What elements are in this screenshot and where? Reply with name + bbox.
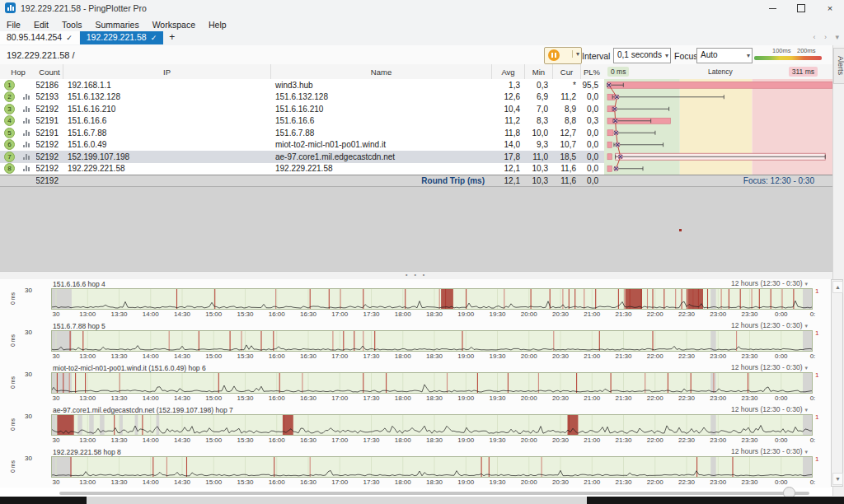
x-axis-label: 20:30	[552, 478, 569, 486]
menu-item-summaries[interactable]: Summaries	[89, 18, 146, 31]
scroll-down-button[interactable]: ▼	[832, 473, 843, 485]
title-bar: 192.229.221.58 - PingPlotter Pro ×	[0, 0, 844, 16]
pause-split-button[interactable]: ▾	[544, 47, 582, 64]
x-axis-label: 16:30	[300, 352, 316, 360]
cell-avg: 11,2	[491, 115, 524, 128]
hop-row[interactable]: 152186192.168.1.1wind3.hub1,30,3*95,5	[0, 79, 604, 91]
menu-item-workspace[interactable]: Workspace	[146, 18, 202, 31]
menu-item-help[interactable]: Help	[202, 18, 233, 31]
x-axis-label: 18:00	[395, 436, 411, 444]
round-trip-row: 52192 Round Trip (ms) 12,1 10,3 11,6 0,0…	[0, 175, 832, 187]
latency-column-header[interactable]: Latency	[705, 67, 736, 77]
timeline-range-label: 12 hours (12:30 - 0:30)	[731, 321, 802, 329]
timeline-graph: 151.6.7.88 hop 512 hours (12:30 - 0:30)▾…	[0, 321, 831, 363]
vertical-scrollbar[interactable]: ▲ ▼	[831, 279, 843, 487]
cell-avg: 14,0	[491, 139, 524, 152]
col-header-ip[interactable]: IP	[63, 64, 270, 79]
new-tab-button[interactable]: +	[164, 31, 180, 44]
alerts-side-tab[interactable]: Alerts	[833, 48, 844, 84]
timeline-range-control[interactable]: 12 hours (12:30 - 0:30)▾	[731, 321, 808, 329]
x-axis-label: 16:30	[300, 310, 316, 318]
col-header-pl[interactable]: PL%	[580, 64, 603, 79]
hop-row[interactable]: 352192151.6.16.210151.6.16.21010,47,08,9…	[0, 103, 604, 115]
cell-name: 151.6.132.128	[270, 91, 491, 104]
focus-graph-area[interactable]	[0, 187, 832, 271]
hop-row[interactable]: 452191151.6.16.6151.6.16.611,28,38,80,3	[0, 115, 604, 128]
cell-cur: 8,8	[552, 115, 580, 128]
cell-count: 52192	[36, 151, 63, 163]
menu-item-file[interactable]: File	[0, 18, 27, 31]
x-axis-label: 14:00	[143, 394, 159, 402]
x-axis-label: 17:00	[331, 310, 348, 318]
hop-row[interactable]: 652192151.6.0.49miot-to2-micl-n01-po01.w…	[0, 139, 604, 152]
timeline-plot[interactable]	[51, 456, 813, 478]
cell-pl: 0,0	[580, 139, 603, 152]
cell-cur: *	[552, 79, 580, 91]
timeline-range-control[interactable]: 12 hours (12:30 - 0:30)▾	[731, 447, 808, 455]
target-tab-active[interactable]: 192.229.221.58✓	[80, 31, 164, 44]
timeline-plot[interactable]	[51, 372, 813, 394]
target-tab[interactable]: 80.95.144.254✓	[0, 31, 79, 44]
cell-cur: 10,7	[552, 139, 580, 152]
x-axis-label: 13:00	[79, 352, 96, 360]
x-axis-labels: 3013:0013:3014:0014:3015:0015:3016:0016:…	[51, 310, 816, 320]
x-axis-label: 18:00	[395, 352, 411, 360]
menu-item-edit[interactable]: Edit	[27, 18, 55, 31]
x-axis-label: 15:30	[237, 394, 253, 402]
col-header-avg[interactable]: Avg	[491, 64, 524, 79]
x-axis-label: 17:30	[363, 394, 379, 402]
x-axis-label: 17:00	[331, 352, 348, 360]
red-dot-marker	[679, 229, 682, 231]
cell-min: 8,3	[524, 115, 552, 128]
x-axis-label: 16:00	[269, 352, 285, 360]
col-header-count[interactable]: Count	[36, 64, 63, 79]
cell-cur: 11,2	[552, 91, 580, 104]
x-axis-label: 22:00	[647, 436, 663, 444]
timeline-range-control[interactable]: 12 hours (12:30 - 0:30)▾	[731, 279, 808, 287]
y-axis-max-label: 30	[25, 413, 32, 420]
pause-dropdown-icon[interactable]: ▾	[572, 50, 579, 58]
focus-select[interactable]: Auto ▾	[696, 48, 753, 63]
x-axis-label: 17:00	[331, 394, 348, 402]
x-axis-label: 19:30	[489, 478, 505, 486]
timeline-plot[interactable]	[51, 288, 813, 310]
timeline-range-label: 12 hours (12:30 - 0:30)	[731, 279, 802, 287]
scroll-up-button[interactable]: ▲	[832, 281, 843, 293]
timeline-plot[interactable]	[51, 414, 813, 436]
col-header-name[interactable]: Name	[270, 64, 491, 79]
hop-number-badge: 2	[4, 91, 15, 102]
timeline-range-control[interactable]: 12 hours (12:30 - 0:30)▾	[731, 363, 808, 371]
hop-row[interactable]: 752192152.199.107.198ae-97.core1.mil.edg…	[0, 151, 604, 163]
latency-311ms-label: 311 ms	[789, 67, 818, 77]
cell-ip: 192.168.1.1	[63, 79, 270, 91]
close-button[interactable]: ×	[816, 0, 844, 16]
scale-gradient-bar	[754, 56, 822, 60]
trace-table-header: Hop Count IP Name Avg Min Cur PL% 0 ms L…	[0, 64, 832, 80]
y-axis-unit-label: 0 ms	[10, 376, 16, 389]
hop-row[interactable]: 252193151.6.132.128151.6.132.12812,66,91…	[0, 91, 604, 104]
maximize-button[interactable]	[787, 0, 815, 16]
interval-select[interactable]: 0,1 seconds ▾	[613, 48, 671, 63]
round-trip-pl: 0,0	[580, 175, 603, 186]
hop-number-badge: 6	[4, 139, 15, 150]
x-axis-label: 15:00	[205, 436, 222, 444]
x-axis-label: 15:00	[205, 352, 222, 360]
x-axis-label: 16:30	[300, 436, 316, 444]
col-header-hop[interactable]: Hop	[0, 64, 36, 79]
x-axis-label: 22:00	[647, 394, 663, 402]
tab-nav-arrows[interactable]: ‹ › ▾	[813, 33, 842, 41]
menu-item-tools[interactable]: Tools	[55, 18, 89, 31]
timeline-plot[interactable]	[51, 330, 813, 352]
minimize-button[interactable]	[758, 0, 786, 16]
hop-row[interactable]: 852192192.229.221.58192.229.221.5812,110…	[0, 163, 604, 175]
pause-icon[interactable]	[548, 49, 560, 61]
x-axis-label: 19:30	[489, 310, 505, 318]
col-header-cur[interactable]: Cur	[552, 64, 580, 79]
scrollbar-track[interactable]	[59, 492, 809, 495]
timeline-range-control[interactable]: 12 hours (12:30 - 0:30)▾	[731, 405, 808, 413]
chevron-down-icon: ▾	[804, 281, 808, 287]
x-axis-label: 0:	[810, 436, 816, 444]
x-axis-labels: 3013:0013:3014:0014:3015:0015:3016:0016:…	[51, 394, 816, 404]
hop-row[interactable]: 552191151.6.7.88151.6.7.8811,810,012,70,…	[0, 127, 604, 139]
col-header-min[interactable]: Min	[524, 64, 552, 79]
